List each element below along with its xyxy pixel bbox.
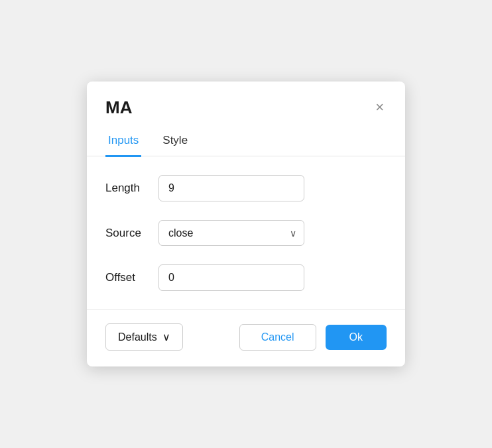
ma-dialog: MA × Inputs Style Length Source close op… — [87, 82, 405, 367]
close-button[interactable]: × — [373, 97, 387, 117]
tab-style[interactable]: Style — [160, 134, 190, 157]
dialog-footer: Defaults ∨ Cancel Ok — [87, 310, 405, 366]
dialog-title: MA — [105, 97, 132, 118]
cancel-button[interactable]: Cancel — [239, 324, 316, 351]
length-row: Length — [105, 175, 387, 201]
chevron-down-icon: ∨ — [162, 331, 170, 343]
defaults-button[interactable]: Defaults ∨ — [105, 323, 183, 351]
dialog-header: MA × — [87, 82, 405, 118]
source-label: Source — [105, 227, 158, 240]
ok-button[interactable]: Ok — [326, 325, 387, 350]
offset-label: Offset — [105, 271, 158, 284]
source-select-wrapper: close open high low ∨ — [158, 220, 304, 246]
source-select[interactable]: close open high low — [158, 220, 304, 246]
defaults-label: Defaults — [118, 331, 157, 343]
dialog-body: Length Source close open high low ∨ Offs… — [87, 156, 405, 291]
close-icon: × — [375, 100, 384, 115]
offset-row: Offset — [105, 264, 387, 291]
source-row: Source close open high low ∨ — [105, 220, 387, 246]
offset-input[interactable] — [158, 264, 304, 291]
footer-actions: Cancel Ok — [239, 324, 387, 351]
tab-inputs[interactable]: Inputs — [105, 134, 141, 157]
tab-bar: Inputs Style — [87, 123, 405, 157]
length-input[interactable] — [158, 175, 304, 201]
length-label: Length — [105, 182, 158, 195]
